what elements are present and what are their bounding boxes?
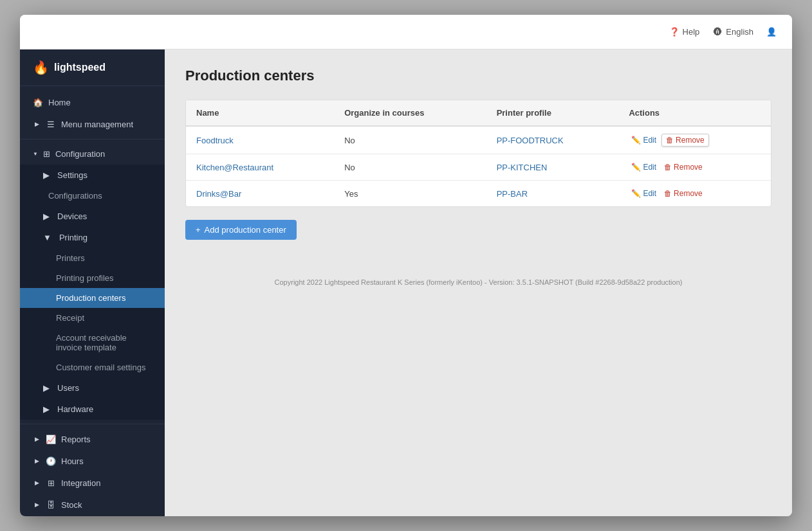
trash-icon-kitchen: 🗑 bbox=[664, 163, 672, 172]
edit-icon-foodtruck: ✏️ bbox=[631, 136, 641, 145]
printers-label: Printers bbox=[56, 253, 85, 263]
home-icon: 🏠 bbox=[33, 97, 43, 107]
production-centers-label: Production centers bbox=[56, 293, 125, 303]
table-header: Name Organize in courses Printer profile… bbox=[186, 100, 771, 126]
top-bar: ❓ Help 🅐 English 👤 bbox=[20, 15, 792, 50]
hardware-label: Hardware bbox=[57, 404, 93, 414]
row-printer-bar[interactable]: PP-BAR bbox=[497, 189, 528, 199]
col-organize: Organize in courses bbox=[334, 100, 486, 126]
arrow-integration-icon: ▶ bbox=[33, 479, 41, 487]
configuration-label: Configuration bbox=[55, 149, 105, 159]
row-courses-kitchen: No bbox=[334, 154, 486, 181]
arrow-hardware-icon: ▶ bbox=[43, 404, 50, 414]
arrow-down-icon: ▼ bbox=[33, 151, 38, 157]
logo-text: lightspeed bbox=[54, 62, 106, 73]
help-button[interactable]: ❓ Help bbox=[669, 27, 700, 37]
printing-label: Printing bbox=[59, 233, 88, 242]
sidebar-nav: 🏠 Home ▶ ☰ Menu management ▼ ⊞ Configura… bbox=[20, 86, 165, 516]
remove-bar-button[interactable]: 🗑 Remove bbox=[661, 188, 705, 199]
sidebar-item-devices[interactable]: ▶ Devices bbox=[20, 206, 165, 227]
row-actions-kitchen: ✏️ Edit 🗑 Remove bbox=[629, 161, 761, 173]
home-label: Home bbox=[48, 98, 71, 107]
sidebar-item-account-receivable[interactable]: Account receivable invoice template bbox=[20, 328, 165, 357]
sidebar-item-reports[interactable]: ▶ 📈 Reports bbox=[20, 428, 165, 450]
sidebar-item-printers[interactable]: Printers bbox=[20, 248, 165, 268]
divider-2 bbox=[20, 424, 165, 424]
row-name-bar[interactable]: Drinks@Bar bbox=[196, 189, 241, 199]
row-printer-foodtruck[interactable]: PP-FOODTRUCK bbox=[497, 136, 564, 145]
edit-icon-bar: ✏️ bbox=[631, 189, 641, 198]
footer: Copyright 2022 Lightspeed Restaurant K S… bbox=[185, 278, 771, 286]
sidebar-item-hardware[interactable]: ▶ Hardware bbox=[20, 399, 165, 420]
arrow-down-printing-icon: ▼ bbox=[43, 233, 51, 242]
language-icon: 🅐 bbox=[712, 27, 723, 37]
col-name: Name bbox=[186, 100, 334, 126]
sidebar-item-users[interactable]: ▶ Users bbox=[20, 377, 165, 399]
sidebar-item-production-centers[interactable]: Production centers bbox=[20, 288, 165, 308]
remove-foodtruck-button[interactable]: 🗑 Remove bbox=[661, 134, 709, 147]
devices-label: Devices bbox=[57, 212, 87, 221]
sidebar-item-integration[interactable]: ▶ ⊞ Integration bbox=[20, 472, 165, 494]
arrow-hours-icon: ▶ bbox=[33, 457, 41, 465]
sidebar-item-home[interactable]: 🏠 Home bbox=[20, 91, 165, 113]
table-body: Foodtruck No PP-FOODTRUCK ✏️ Edit bbox=[186, 126, 771, 206]
hours-label: Hours bbox=[61, 456, 84, 466]
add-production-center-button[interactable]: + Add production center bbox=[185, 220, 297, 240]
sidebar-item-hours[interactable]: ▶ 🕐 Hours bbox=[20, 450, 165, 472]
add-icon: + bbox=[196, 225, 201, 235]
production-centers-table-container: Name Organize in courses Printer profile… bbox=[185, 100, 771, 207]
sidebar-item-printing[interactable]: ▼ Printing bbox=[20, 227, 165, 248]
user-icon: 👤 bbox=[766, 27, 777, 37]
arrow-reports-icon: ▶ bbox=[33, 435, 41, 443]
sidebar: 🔥 lightspeed 🏠 Home ▶ ☰ Menu management bbox=[20, 50, 165, 516]
sidebar-item-menu-management[interactable]: ▶ ☰ Menu management bbox=[20, 113, 165, 135]
menu-icon: ☰ bbox=[46, 119, 56, 129]
menu-management-label: Menu management bbox=[61, 120, 133, 129]
sidebar-logo: 🔥 lightspeed bbox=[20, 50, 165, 86]
col-actions: Actions bbox=[618, 100, 771, 126]
sidebar-item-customer-email[interactable]: Customer email settings bbox=[20, 357, 165, 377]
remove-kitchen-button[interactable]: 🗑 Remove bbox=[661, 161, 705, 173]
content-area: Production centers Name Organize in cour… bbox=[165, 50, 792, 516]
sidebar-item-configuration[interactable]: ▼ ⊞ Configuration bbox=[20, 143, 165, 165]
settings-label: Settings bbox=[57, 170, 88, 180]
footer-copyright: Copyright 2022 Lightspeed Restaurant K S… bbox=[275, 278, 683, 286]
divider-1 bbox=[20, 139, 165, 140]
user-button[interactable]: 👤 bbox=[766, 27, 777, 37]
language-label: English bbox=[726, 27, 753, 37]
reports-icon: 📈 bbox=[46, 434, 56, 444]
sidebar-item-customers[interactable]: ▶ 👤 Customers bbox=[20, 516, 165, 516]
table-row: Kitchen@Restaurant No PP-KITCHEN ✏️ Edit bbox=[186, 154, 771, 181]
edit-foodtruck-button[interactable]: ✏️ Edit bbox=[629, 134, 659, 146]
sidebar-item-configurations[interactable]: Configurations bbox=[20, 186, 165, 206]
config-icon: ⊞ bbox=[43, 149, 50, 159]
arrow-right-devices-icon: ▶ bbox=[43, 212, 50, 221]
row-name-foodtruck[interactable]: Foodtruck bbox=[196, 136, 234, 145]
row-printer-kitchen[interactable]: PP-KITCHEN bbox=[497, 163, 548, 172]
help-label: Help bbox=[683, 27, 700, 37]
production-centers-table: Name Organize in courses Printer profile… bbox=[186, 100, 771, 206]
language-button[interactable]: 🅐 English bbox=[712, 27, 753, 37]
trash-icon-bar: 🗑 bbox=[664, 189, 672, 198]
col-printer-profile: Printer profile bbox=[486, 100, 619, 126]
stock-label: Stock bbox=[61, 500, 82, 510]
row-courses-bar: Yes bbox=[334, 181, 486, 207]
sidebar-item-printing-profiles[interactable]: Printing profiles bbox=[20, 268, 165, 288]
logo-icon: 🔥 bbox=[33, 60, 49, 75]
integration-icon: ⊞ bbox=[46, 478, 56, 488]
sidebar-item-stock[interactable]: ▶ 🗄 Stock bbox=[20, 494, 165, 516]
reports-label: Reports bbox=[61, 435, 91, 444]
arrow-users-icon: ▶ bbox=[43, 383, 50, 393]
configurations-label: Configurations bbox=[48, 191, 102, 201]
edit-kitchen-button[interactable]: ✏️ Edit bbox=[629, 161, 659, 173]
help-icon: ❓ bbox=[669, 27, 679, 37]
config-submenu: ▶ Settings Configurations ▶ Devices ▼ Pr bbox=[20, 165, 165, 420]
edit-bar-button[interactable]: ✏️ Edit bbox=[629, 188, 659, 199]
sidebar-item-receipt[interactable]: Receipt bbox=[20, 308, 165, 328]
hours-icon: 🕐 bbox=[46, 456, 56, 466]
row-name-kitchen[interactable]: Kitchen@Restaurant bbox=[196, 163, 273, 172]
arrow-right-icon: ▶ bbox=[43, 170, 50, 180]
users-label: Users bbox=[57, 383, 79, 393]
main-layout: 🔥 lightspeed 🏠 Home ▶ ☰ Menu management bbox=[20, 50, 792, 516]
sidebar-item-settings[interactable]: ▶ Settings bbox=[20, 165, 165, 186]
